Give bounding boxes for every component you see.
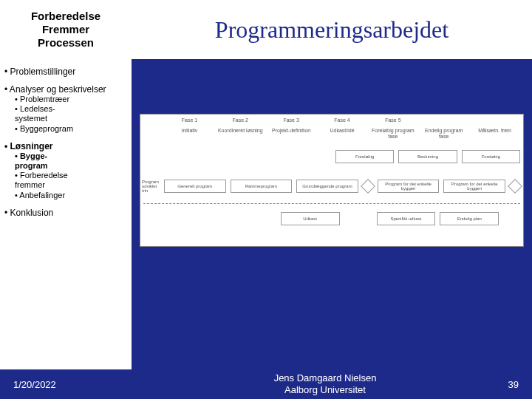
r2-box-2: Rammeprogram <box>231 180 293 193</box>
footer: 1/20/2022 Jens Damgaard Nielsen Aalborg … <box>0 369 532 399</box>
phase-1: Fase 1 <box>164 117 215 123</box>
r2-box-3: Grundlæggende program <box>296 180 358 193</box>
author-line-2: Aalborg Universitet <box>161 384 489 396</box>
flow-diagram: Fase 1 Fase 2 Fase 3 Fase 4 Fase 5 Initi… <box>140 114 524 247</box>
sidebar-sub-3-2a: • Forberedelse <box>15 171 127 180</box>
diamond-2 <box>508 179 522 194</box>
corner-line-1: Forberedelse <box>31 10 100 23</box>
corner-line-2: Fremmer <box>31 23 100 36</box>
side-label-1: Program udviklet trin <box>142 180 163 193</box>
author-line-1: Jens Damgaard Nielsen <box>161 372 489 384</box>
r3-box-1: Udkast <box>281 212 340 225</box>
sidebar-item-3: • Løsninger • Bygge- program • Forberede… <box>4 141 127 200</box>
sidebar-sub-3-3: • Anbefalinger <box>15 191 127 200</box>
phase-5: Fase 5 <box>367 117 418 123</box>
row-1: Foreløbig Beslutning Foreløbig <box>164 150 520 163</box>
sidebar-sub-2-2a: • Ledelses- <box>15 104 127 114</box>
sidebar-sub-2-3: • Byggeprogram <box>15 124 127 134</box>
footer-author: Jens Damgaard Nielsen Aalborg Universite… <box>161 372 489 395</box>
lbl-7: Målsætn. frem <box>469 128 520 139</box>
sidebar-sub-2-2b: systemet <box>15 114 127 123</box>
r2-box-4: Program for det enkelte byggeri <box>378 180 440 193</box>
sidebar-item-1: • Problemstillinger <box>4 66 127 77</box>
sidebar-item-3-label: • Løsninger <box>4 141 127 151</box>
row-3: Udkast Specifikt udkast Endelig plan <box>164 212 520 225</box>
sidebar: • Problemstillinger • Analyser og beskri… <box>0 59 132 369</box>
dashed-divider <box>143 203 520 204</box>
r2-box-1: Generelt program <box>164 180 226 193</box>
lbl-6: Endelig program fase <box>418 128 469 139</box>
sidebar-sub-2-1: • Problemtræer <box>15 95 127 104</box>
sidebar-item-2-sub: • Problemtræer • Ledelses- systemet • By… <box>4 95 127 134</box>
row-2: Generelt program Rammeprogram Grundlægge… <box>164 180 520 193</box>
corner-title: Forberedelse Fremmer Processen <box>0 0 132 59</box>
header-row: Forberedelse Fremmer Processen Programme… <box>0 0 532 59</box>
phase-6 <box>418 117 469 123</box>
diamond-1 <box>361 179 375 194</box>
r1-box-1: Foreløbig <box>335 150 394 163</box>
sidebar-sub-3-1a: • Bygge- <box>15 151 127 161</box>
sidebar-item-2-label: • Analyser og beskrivelser <box>4 84 127 95</box>
phase-7 <box>469 117 520 123</box>
lbl-3: Projekt-definition <box>266 128 317 139</box>
r1-box-2: Beslutning <box>398 150 457 163</box>
phase-header-row: Fase 1 Fase 2 Fase 3 Fase 4 Fase 5 <box>164 117 520 123</box>
lbl-1: Initiativ <box>164 128 215 139</box>
r3-box-2: Specifikt udkast <box>377 212 436 225</box>
footer-page: 39 <box>489 379 519 390</box>
page-title: Programmeringsarbejdet <box>215 16 449 44</box>
lbl-4: Udkast/idé <box>317 128 368 139</box>
r2-box-5: Program for det enkelte byggeri <box>443 180 505 193</box>
label-row: Initiativ Koordineret løsning Projekt-de… <box>164 128 520 139</box>
sidebar-item-2: • Analyser og beskrivelser • Problemtræe… <box>4 84 127 134</box>
body-row: • Problemstillinger • Analyser og beskri… <box>0 59 532 369</box>
lbl-5: Foreløbig program fase <box>367 128 418 139</box>
r3-box-3: Endelig plan <box>440 212 499 225</box>
footer-date: 1/20/2022 <box>13 379 161 390</box>
sidebar-sub-3-1b: program <box>15 161 127 171</box>
phase-4: Fase 4 <box>317 117 368 123</box>
corner-line-3: Processen <box>31 36 100 50</box>
phase-3: Fase 3 <box>266 117 317 123</box>
r1-box-3: Foreløbig <box>462 150 520 163</box>
slide: Forberedelse Fremmer Processen Programme… <box>0 0 532 399</box>
content-area: Fase 1 Fase 2 Fase 3 Fase 4 Fase 5 Initi… <box>132 59 532 369</box>
phase-2: Fase 2 <box>215 117 266 123</box>
sidebar-item-4: • Konklusion <box>4 208 127 218</box>
title-area: Programmeringsarbejdet <box>132 0 532 59</box>
sidebar-item-3-sub: • Bygge- program • Forberedelse fremmer … <box>4 151 127 200</box>
sidebar-sub-3-2b: fremmer <box>15 180 127 190</box>
lbl-2: Koordineret løsning <box>215 128 266 139</box>
